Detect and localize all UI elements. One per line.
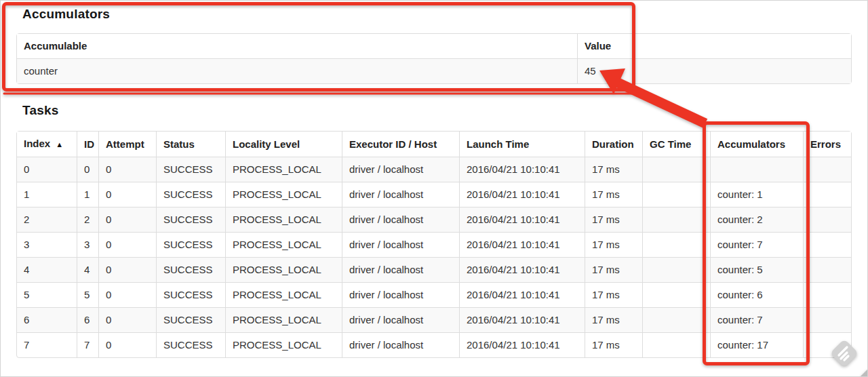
- cell-executor: driver / localhost: [342, 307, 459, 332]
- cell-id: 4: [77, 257, 98, 282]
- launch-time-column-header[interactable]: Launch Time: [459, 132, 585, 157]
- task-row: 4 4 0 SUCCESS PROCESS_LOCAL driver / loc…: [17, 257, 851, 282]
- cell-attempt: 0: [98, 332, 156, 357]
- cell-locality: PROCESS_LOCAL: [225, 257, 342, 282]
- cell-accumulators: [710, 157, 803, 182]
- tasks-table: Index▲ ID Attempt Status Locality Level …: [16, 131, 852, 358]
- cell-accumulators: counter: 2: [710, 207, 803, 232]
- cell-accumulators: counter: 6: [710, 282, 803, 307]
- cell-locality: PROCESS_LOCAL: [225, 307, 342, 332]
- accumulable-value-cell: 45: [577, 58, 851, 83]
- cell-errors: [803, 332, 851, 357]
- errors-column-header[interactable]: Errors: [803, 132, 851, 157]
- cell-duration: 17 ms: [585, 182, 642, 207]
- cell-gc-time: [642, 182, 710, 207]
- accumulable-column-header[interactable]: Accumulable: [17, 34, 577, 58]
- cell-errors: [803, 282, 851, 307]
- accumulator-row: counter 45: [17, 58, 851, 83]
- cell-index: 7: [17, 332, 77, 357]
- cell-executor: driver / localhost: [342, 232, 459, 257]
- index-header-label: Index: [24, 138, 50, 149]
- cell-attempt: 0: [98, 232, 156, 257]
- executor-column-header[interactable]: Executor ID / Host: [342, 132, 459, 157]
- duration-column-header[interactable]: Duration: [585, 132, 642, 157]
- locality-column-header[interactable]: Locality Level: [225, 132, 342, 157]
- cell-gc-time: [642, 207, 710, 232]
- tasks-header-row: Index▲ ID Attempt Status Locality Level …: [17, 132, 851, 157]
- cell-errors: [803, 232, 851, 257]
- cell-attempt: 0: [98, 257, 156, 282]
- cell-launch-time: 2016/04/21 10:10:41: [459, 207, 585, 232]
- cell-duration: 17 ms: [585, 282, 642, 307]
- cell-index: 5: [17, 282, 77, 307]
- cell-executor: driver / localhost: [342, 332, 459, 357]
- cell-duration: 17 ms: [585, 232, 642, 257]
- cell-executor: driver / localhost: [342, 207, 459, 232]
- cell-duration: 17 ms: [585, 332, 642, 357]
- resize-grip-icon: [859, 368, 868, 377]
- cell-locality: PROCESS_LOCAL: [225, 232, 342, 257]
- cell-id: 6: [77, 307, 98, 332]
- cell-gc-time: [642, 157, 710, 182]
- cell-accumulators: counter: 5: [710, 257, 803, 282]
- cell-errors: [803, 307, 851, 332]
- cell-accumulators: counter: 17: [710, 332, 803, 357]
- cell-id: 3: [77, 232, 98, 257]
- value-column-header[interactable]: Value: [577, 34, 851, 58]
- task-row: 7 7 0 SUCCESS PROCESS_LOCAL driver / loc…: [17, 332, 851, 357]
- task-row: 6 6 0 SUCCESS PROCESS_LOCAL driver / loc…: [17, 307, 851, 332]
- tasks-heading: Tasks: [22, 103, 58, 118]
- cell-errors: [803, 207, 851, 232]
- cell-locality: PROCESS_LOCAL: [225, 157, 342, 182]
- id-column-header[interactable]: ID: [77, 132, 98, 157]
- attempt-column-header[interactable]: Attempt: [98, 132, 156, 157]
- cell-attempt: 0: [98, 157, 156, 182]
- cell-locality: PROCESS_LOCAL: [225, 182, 342, 207]
- cell-gc-time: [642, 282, 710, 307]
- cell-accumulators: counter: 7: [710, 232, 803, 257]
- cell-id: 5: [77, 282, 98, 307]
- task-row: 0 0 0 SUCCESS PROCESS_LOCAL driver / loc…: [17, 157, 851, 182]
- accumulable-name-cell: counter: [17, 58, 577, 83]
- gc-time-column-header[interactable]: GC Time: [642, 132, 710, 157]
- cell-launch-time: 2016/04/21 10:10:41: [459, 232, 585, 257]
- accumulators-column-header[interactable]: Accumulators: [710, 132, 803, 157]
- task-row: 2 2 0 SUCCESS PROCESS_LOCAL driver / loc…: [17, 207, 851, 232]
- cell-errors: [803, 157, 851, 182]
- cell-index: 1: [17, 182, 77, 207]
- cell-status: SUCCESS: [156, 332, 225, 357]
- cell-id: 1: [77, 182, 98, 207]
- cell-accumulators: counter: 1: [710, 182, 803, 207]
- index-column-header[interactable]: Index▲: [17, 132, 77, 157]
- cell-status: SUCCESS: [156, 207, 225, 232]
- cell-attempt: 0: [98, 182, 156, 207]
- cell-duration: 17 ms: [585, 157, 642, 182]
- cell-status: SUCCESS: [156, 232, 225, 257]
- cell-launch-time: 2016/04/21 10:10:41: [459, 307, 585, 332]
- sort-asc-icon: ▲: [56, 140, 63, 148]
- cell-status: SUCCESS: [156, 157, 225, 182]
- cell-attempt: 0: [98, 307, 156, 332]
- cell-status: SUCCESS: [156, 182, 225, 207]
- cell-duration: 17 ms: [585, 257, 642, 282]
- accumulators-header-row: Accumulable Value: [17, 34, 851, 58]
- cell-launch-time: 2016/04/21 10:10:41: [459, 257, 585, 282]
- accumulators-table: Accumulable Value counter 45: [16, 33, 852, 84]
- cell-attempt: 0: [98, 207, 156, 232]
- cell-status: SUCCESS: [156, 307, 225, 332]
- task-row: 3 3 0 SUCCESS PROCESS_LOCAL driver / loc…: [17, 232, 851, 257]
- cell-locality: PROCESS_LOCAL: [225, 332, 342, 357]
- cell-launch-time: 2016/04/21 10:10:41: [459, 282, 585, 307]
- cell-id: 0: [77, 157, 98, 182]
- cell-executor: driver / localhost: [342, 282, 459, 307]
- cell-launch-time: 2016/04/21 10:10:41: [459, 182, 585, 207]
- cell-gc-time: [642, 257, 710, 282]
- cell-gc-time: [642, 332, 710, 357]
- status-column-header[interactable]: Status: [156, 132, 225, 157]
- task-row: 1 1 0 SUCCESS PROCESS_LOCAL driver / loc…: [17, 182, 851, 207]
- cell-executor: driver / localhost: [342, 257, 459, 282]
- cell-status: SUCCESS: [156, 257, 225, 282]
- cell-duration: 17 ms: [585, 207, 642, 232]
- cell-errors: [803, 257, 851, 282]
- cell-index: 0: [17, 157, 77, 182]
